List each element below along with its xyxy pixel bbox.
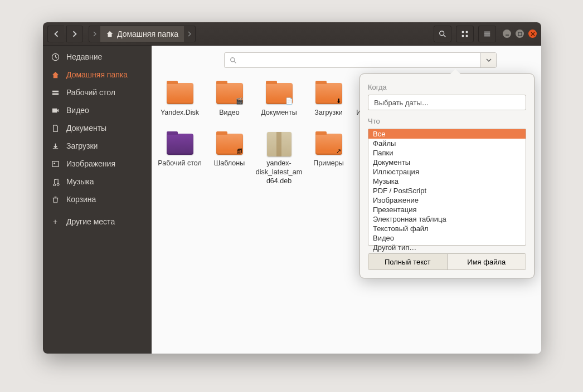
file-label: Yandex.Disk bbox=[155, 108, 205, 117]
search-options-dropdown[interactable] bbox=[480, 53, 496, 67]
sidebar-item-label: Корзина bbox=[66, 195, 96, 204]
search-input[interactable] bbox=[241, 53, 480, 67]
path-home-button[interactable]: Домашняя папка bbox=[100, 26, 184, 42]
minimize-button[interactable] bbox=[503, 30, 511, 38]
sidebar-item-label: Видео bbox=[66, 106, 89, 115]
sidebar: НедавниеДомашняя папкаРабочий столВидеоД… bbox=[43, 46, 152, 354]
package-icon bbox=[267, 132, 292, 156]
sidebar-other-label: Другие места bbox=[66, 217, 115, 226]
svg-rect-10 bbox=[518, 32, 522, 36]
file-label: Рабочий стол bbox=[155, 159, 205, 168]
folder-icon: ⬇ bbox=[315, 83, 342, 104]
svg-rect-14 bbox=[52, 90, 58, 92]
forward-button[interactable] bbox=[66, 26, 83, 42]
svg-point-18 bbox=[54, 163, 55, 164]
sidebar-item-video[interactable]: Видео bbox=[43, 101, 152, 119]
sidebar-item-image[interactable]: Изображения bbox=[43, 155, 152, 173]
sidebar-other-places[interactable]: + Другие места bbox=[43, 213, 152, 231]
file-item[interactable]: Рабочий стол bbox=[155, 130, 205, 186]
what-label: Что bbox=[368, 117, 526, 125]
back-button[interactable] bbox=[47, 26, 64, 42]
clock-icon bbox=[51, 53, 60, 61]
maximize-button[interactable] bbox=[516, 30, 524, 38]
sidebar-item-trash[interactable]: Корзина bbox=[43, 190, 152, 208]
svg-rect-16 bbox=[52, 108, 56, 112]
sidebar-item-doc[interactable]: Документы bbox=[43, 119, 152, 137]
music-icon bbox=[51, 178, 60, 186]
type-list: ВсеФайлыПапкиДокументыИллюстрацияМузыкаP… bbox=[368, 129, 526, 246]
sidebar-item-label: Недавние bbox=[66, 52, 102, 61]
download-icon bbox=[51, 142, 60, 150]
type-option[interactable]: Папки bbox=[368, 148, 526, 158]
svg-line-20 bbox=[234, 61, 236, 63]
path-bar: Домашняя папка bbox=[89, 26, 196, 42]
titlebar: Домашняя папка bbox=[43, 22, 541, 46]
svg-point-19 bbox=[230, 57, 234, 61]
sidebar-item-home[interactable]: Домашняя папка bbox=[43, 66, 152, 84]
type-option[interactable]: Текстовый файл bbox=[368, 224, 526, 233]
path-separator-icon[interactable] bbox=[184, 26, 195, 42]
plus-icon: + bbox=[51, 217, 60, 226]
home-icon bbox=[51, 71, 60, 79]
menu-button[interactable] bbox=[478, 26, 496, 42]
video-icon bbox=[51, 106, 60, 115]
sidebar-item-label: Изображения bbox=[66, 159, 115, 168]
type-option[interactable]: Другой тип… bbox=[368, 243, 526, 252]
sidebar-item-label: Документы bbox=[66, 124, 106, 133]
file-item[interactable]: 🗐Шаблоны bbox=[205, 130, 254, 186]
folder-icon: 🗐 bbox=[216, 134, 243, 155]
search-icon bbox=[225, 53, 241, 67]
search-bar bbox=[224, 52, 497, 68]
file-item[interactable]: Yandex.Disk bbox=[155, 79, 205, 126]
svg-rect-5 bbox=[466, 35, 468, 37]
sidebar-item-label: Домашняя папка bbox=[66, 70, 128, 79]
svg-rect-17 bbox=[52, 161, 58, 166]
svg-point-0 bbox=[440, 31, 444, 35]
file-item[interactable]: ⬇Загрузки bbox=[304, 79, 353, 126]
sidebar-item-download[interactable]: Загрузки bbox=[43, 137, 152, 155]
search-button[interactable] bbox=[434, 26, 451, 42]
desktop-icon bbox=[51, 89, 60, 97]
folder-icon: 🎬 bbox=[216, 83, 243, 104]
sidebar-item-label: Рабочий стол bbox=[66, 88, 115, 97]
choose-dates-button[interactable]: Выбрать даты… bbox=[368, 95, 526, 110]
file-label: Загрузки bbox=[304, 108, 353, 117]
folder-icon bbox=[167, 134, 193, 155]
type-option[interactable]: Файлы bbox=[368, 139, 526, 148]
file-item[interactable]: 🎬Видео bbox=[205, 79, 254, 126]
search-filter-popover: Когда Выбрать даты… Что ВсеФайлыПапкиДок… bbox=[359, 74, 535, 278]
type-option[interactable]: Все bbox=[368, 129, 526, 139]
file-manager-window: Домашняя папка НедавниеДомашняя папкаРаб… bbox=[43, 22, 541, 354]
type-option[interactable]: Презентация bbox=[368, 205, 526, 214]
doc-icon bbox=[51, 124, 60, 133]
folder-icon: ↗ bbox=[315, 134, 342, 155]
file-item[interactable]: ↗Примеры bbox=[304, 130, 353, 186]
full-text-button[interactable]: Полный текст bbox=[368, 254, 448, 270]
sidebar-item-music[interactable]: Музыка bbox=[43, 173, 152, 190]
sidebar-item-clock[interactable]: Недавние bbox=[43, 48, 152, 66]
view-mode-button[interactable] bbox=[456, 26, 474, 42]
trash-icon bbox=[51, 195, 60, 204]
filename-button[interactable]: Имя файла bbox=[448, 254, 526, 270]
file-item[interactable]: yandex-disk_latest_amd64.deb bbox=[254, 130, 304, 186]
svg-rect-2 bbox=[462, 31, 464, 33]
type-option[interactable]: Музыка bbox=[368, 177, 526, 186]
sidebar-item-desktop[interactable]: Рабочий стол bbox=[43, 84, 152, 101]
path-separator-icon[interactable] bbox=[89, 26, 100, 42]
type-option[interactable]: Иллюстрация bbox=[368, 167, 526, 177]
main-pane: Yandex.Disk🎬Видео📄Документы⬇Загрузки🖼Изо… bbox=[152, 46, 541, 354]
svg-line-1 bbox=[444, 35, 446, 37]
when-label: Когда bbox=[368, 83, 526, 91]
folder-icon: 📄 bbox=[266, 83, 293, 104]
type-option[interactable]: Изображение bbox=[368, 195, 526, 205]
svg-rect-3 bbox=[466, 31, 468, 33]
type-option[interactable]: Электронная таблица bbox=[368, 214, 526, 224]
file-label: Видео bbox=[205, 108, 254, 117]
file-item[interactable]: 📄Документы bbox=[254, 79, 304, 126]
type-option[interactable]: PDF / PostScript bbox=[368, 186, 526, 195]
svg-rect-15 bbox=[52, 93, 58, 95]
type-option[interactable]: Видео bbox=[368, 233, 526, 243]
folder-icon bbox=[167, 83, 193, 104]
type-option[interactable]: Документы bbox=[368, 158, 526, 167]
close-button[interactable] bbox=[528, 30, 537, 38]
